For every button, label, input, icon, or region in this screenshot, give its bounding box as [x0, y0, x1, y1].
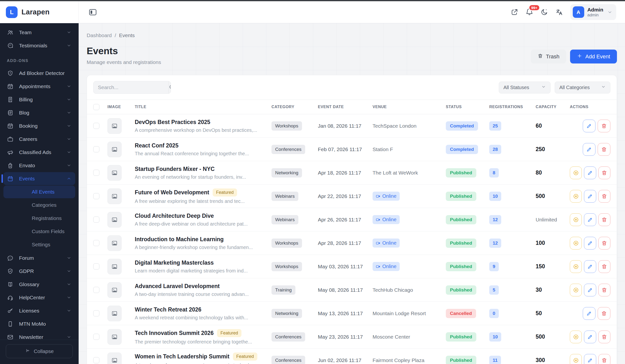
delete-event-button[interactable] [598, 120, 610, 132]
registrations-count[interactable]: 11 [489, 356, 501, 364]
select-all-checkbox[interactable] [93, 104, 99, 110]
sidebar-item-events[interactable]: Events [3, 172, 75, 185]
sidebar-item-team[interactable]: Team [3, 26, 75, 39]
edit-event-button[interactable] [584, 284, 596, 296]
edit-event-button[interactable] [584, 237, 596, 249]
add-event-button[interactable]: Add Event [570, 50, 617, 63]
delete-event-button[interactable] [598, 354, 610, 364]
sidebar-item-careers[interactable]: Careers [3, 133, 75, 146]
collapse-sidebar-button[interactable]: Collapse [6, 344, 73, 358]
registrations-count[interactable]: 0 [489, 309, 499, 318]
event-title[interactable]: Women in Tech Leadership Summit [135, 353, 229, 360]
sidebar-item-licenses[interactable]: Licenses [3, 304, 75, 317]
sidebar-subitem-registrations[interactable]: Registrations [3, 212, 75, 225]
delete-event-button[interactable] [598, 213, 610, 226]
sidebar-item-appointments[interactable]: Appointments [3, 80, 75, 93]
event-title[interactable]: Digital Marketing Masterclass [135, 260, 214, 266]
delete-event-button[interactable] [598, 166, 610, 179]
row-checkbox[interactable] [93, 146, 99, 152]
sidebar-item-mtn-momo[interactable]: MTN MoMo [3, 317, 75, 330]
sidebar-subitem-custom-fields[interactable]: Custom Fields [3, 225, 75, 238]
notifications-bell-icon[interactable]: 99+ [526, 8, 533, 16]
cancel-event-button[interactable] [570, 354, 582, 364]
delete-event-button[interactable] [598, 237, 610, 249]
sidebar-item-helpcenter[interactable]: HelpCenter [3, 291, 75, 304]
user-menu[interactable]: A Admin admin [570, 4, 616, 20]
sidebar-item-classified-ads[interactable]: Classified Ads [3, 146, 75, 159]
edit-event-button[interactable] [583, 143, 595, 156]
cancel-event-button[interactable] [570, 331, 582, 343]
row-checkbox[interactable] [93, 287, 99, 293]
row-checkbox[interactable] [93, 310, 99, 316]
registrations-count[interactable]: 5 [489, 285, 499, 295]
registrations-count[interactable]: 8 [489, 168, 499, 178]
registrations-count[interactable]: 9 [489, 262, 499, 271]
edit-event-button[interactable] [584, 166, 596, 179]
sidebar-subitem-settings[interactable]: Settings [3, 238, 75, 251]
row-checkbox[interactable] [93, 357, 99, 363]
cancel-event-button[interactable] [570, 237, 582, 249]
sidebar-item-blog[interactable]: Blog [3, 106, 75, 119]
sidebar-item-ad-blocker-detector[interactable]: Ad Blocker Detector [3, 67, 75, 80]
sidebar-item-booking[interactable]: Booking [3, 119, 75, 132]
search-input[interactable] [94, 81, 168, 93]
row-checkbox[interactable] [93, 170, 99, 176]
sidebar-subitem-categories[interactable]: Categories [3, 199, 75, 212]
event-title[interactable]: Winter Tech Retreat 2026 [135, 306, 201, 313]
edit-event-button[interactable] [584, 260, 596, 273]
external-link-icon[interactable] [511, 8, 518, 16]
sidebar-item-forum[interactable]: Forum [3, 251, 75, 264]
sidebar-subitem-all-events[interactable]: All Events [3, 185, 75, 198]
event-title[interactable]: Future of Web Development [135, 189, 209, 196]
delete-event-button[interactable] [598, 307, 610, 320]
event-title[interactable]: Cloud Architecture Deep Dive [135, 213, 214, 219]
edit-event-button[interactable] [584, 354, 596, 364]
delete-event-button[interactable] [598, 331, 610, 343]
edit-event-button[interactable] [584, 213, 596, 226]
sidebar-item-billing[interactable]: Billing [3, 93, 75, 106]
status-filter-select[interactable]: All Statuses [499, 82, 551, 93]
edit-event-button[interactable] [584, 331, 596, 343]
event-title[interactable]: DevOps Best Practices 2025 [135, 119, 210, 125]
cancel-event-button[interactable] [570, 284, 582, 296]
cancel-event-button[interactable] [570, 213, 582, 226]
row-checkbox[interactable] [93, 193, 99, 199]
row-checkbox[interactable] [93, 240, 99, 246]
edit-event-button[interactable] [583, 307, 595, 320]
event-title[interactable]: Startup Founders Mixer - NYC [135, 166, 215, 172]
sidebar-item-newsletter[interactable]: Newsletter [3, 331, 75, 340]
delete-event-button[interactable] [598, 284, 610, 296]
edit-event-button[interactable] [583, 120, 595, 132]
sidebar-toggle-icon[interactable] [88, 8, 97, 17]
registrations-count[interactable]: 28 [489, 145, 501, 154]
breadcrumb-dashboard[interactable]: Dashboard [87, 32, 112, 38]
row-checkbox[interactable] [93, 123, 99, 129]
trash-button[interactable]: Trash [531, 50, 566, 63]
cancel-event-button[interactable] [570, 166, 582, 179]
cancel-event-button[interactable] [570, 190, 582, 203]
dark-mode-icon[interactable] [540, 8, 548, 16]
event-title[interactable]: React Conf 2025 [135, 142, 179, 149]
sidebar-item-testimonials[interactable]: Testimonials [3, 39, 75, 52]
language-icon[interactable] [555, 8, 563, 16]
delete-event-button[interactable] [598, 260, 610, 273]
event-title[interactable]: Advanced Laravel Development [135, 283, 220, 290]
registrations-count[interactable]: 10 [489, 192, 501, 201]
registrations-count[interactable]: 12 [489, 215, 501, 224]
registrations-count[interactable]: 10 [489, 332, 501, 341]
cancel-event-button[interactable] [570, 260, 582, 273]
app-logo[interactable]: L Larapen [0, 1, 79, 23]
category-filter-select[interactable]: All Categories [555, 82, 610, 93]
sidebar-item-envato[interactable]: Envato [3, 159, 75, 172]
delete-event-button[interactable] [598, 143, 610, 156]
row-checkbox[interactable] [93, 334, 99, 340]
registrations-count[interactable]: 12 [489, 239, 501, 248]
sidebar-item-glossary[interactable]: Glossary [3, 278, 75, 291]
row-checkbox[interactable] [93, 216, 99, 223]
sidebar-item-gdpr[interactable]: GDPR [3, 265, 75, 277]
row-checkbox[interactable] [93, 263, 99, 270]
registrations-count[interactable]: 25 [489, 121, 501, 131]
search-button[interactable] [168, 81, 171, 93]
edit-event-button[interactable] [584, 190, 596, 203]
event-title[interactable]: Introduction to Machine Learning [135, 236, 224, 243]
